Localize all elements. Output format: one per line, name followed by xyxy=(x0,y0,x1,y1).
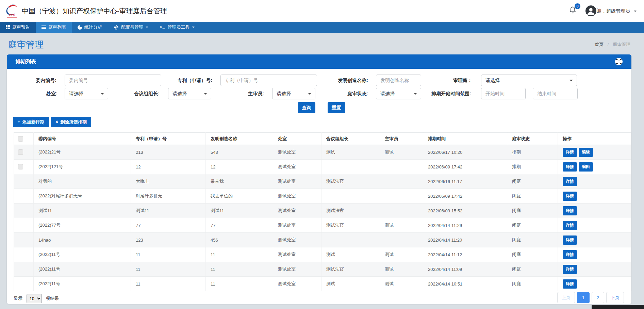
row-checkbox[interactable] xyxy=(18,164,23,169)
notification-bell-icon[interactable]: 0 xyxy=(569,6,577,15)
caret-down-icon xyxy=(569,80,573,83)
start-time-input[interactable] xyxy=(481,88,526,99)
table-row: 对我的大晚上 带带我测试处室 测试法官 2022/06/16 11:17闭庭 详… xyxy=(14,174,631,189)
results-label: 项结果 xyxy=(46,296,59,301)
select-value: 请选择 xyxy=(69,91,83,96)
nav-label: 管理员工具 xyxy=(167,24,189,30)
nav-label: 配置与管理 xyxy=(121,24,143,30)
select-all-checkbox[interactable] xyxy=(18,136,23,142)
caret-down-icon xyxy=(308,93,311,96)
plus-icon: + xyxy=(17,119,20,125)
detail-button[interactable]: 详情 xyxy=(563,235,577,245)
table-row: (2022)11号11 11测试处室 测试法官测试 2022/04/14 11:… xyxy=(14,262,631,277)
office-select[interactable]: 请选择 xyxy=(65,88,108,99)
page-1-button[interactable]: 1 xyxy=(577,292,590,303)
label-patent-no: 专利（申请）号: xyxy=(167,75,212,86)
nav-label: 庭审预告 xyxy=(12,24,30,30)
detail-button[interactable]: 详情 xyxy=(563,279,577,289)
nav-label: 庭审列表 xyxy=(48,24,66,30)
detail-button[interactable]: 详情 xyxy=(563,177,577,186)
breadcrumb-home-link[interactable]: 首页 xyxy=(595,42,604,47)
gear-icon xyxy=(114,25,119,30)
tab-admin-tools[interactable]: >_ 管理员工具 xyxy=(154,22,200,33)
breadcrumb: 首页 / 庭审管理 xyxy=(595,42,630,48)
status-badge: 闭庭 xyxy=(507,262,558,277)
edit-button[interactable]: 编辑 xyxy=(579,148,593,157)
court-select[interactable]: 请选择 xyxy=(481,75,577,86)
page-size-select[interactable]: 10 xyxy=(27,294,42,303)
label-presiding: 合议组组长: xyxy=(112,88,160,99)
bottom-right-dark-bar xyxy=(592,305,644,309)
breadcrumb-current: 庭审管理 xyxy=(613,42,630,47)
caret-down-icon xyxy=(204,93,207,96)
prev-page-button[interactable]: 上页 xyxy=(557,292,575,303)
grid-icon xyxy=(6,25,10,29)
show-label: 显示 xyxy=(14,296,22,301)
label-judge: 主审员: xyxy=(218,88,264,99)
next-page-button[interactable]: 下页 xyxy=(606,292,624,303)
detail-button[interactable]: 详情 xyxy=(563,192,577,201)
fullscreen-toggle-icon[interactable] xyxy=(614,57,623,66)
delete-selected-button[interactable]: ×删除所选排期 xyxy=(51,117,91,127)
invention-name-input[interactable] xyxy=(376,75,421,86)
add-schedule-button[interactable]: +添加新排期 xyxy=(13,117,49,127)
status-badge: 闭庭 xyxy=(507,277,558,291)
pie-chart-icon xyxy=(78,25,82,30)
page-2-button[interactable]: 2 xyxy=(592,292,604,303)
page-size-control: 显示 10 项结果 xyxy=(14,293,59,304)
label-case-no: 委内编号: xyxy=(15,75,56,86)
top-header: IPPC 中国（宁波）知识产权保护中心-审理庭后台管理 0 欢迎，超级管理员 xyxy=(0,0,644,22)
presiding-select[interactable]: 请选择 xyxy=(168,88,211,99)
patent-no-input[interactable] xyxy=(220,75,317,86)
status-badge: 闭庭 xyxy=(507,218,558,233)
row-checkbox[interactable] xyxy=(18,149,23,155)
pagination: 上页 1 2 下页 xyxy=(557,292,624,303)
search-button[interactable]: 查询 xyxy=(298,102,315,113)
detail-button[interactable]: 详情 xyxy=(563,206,577,215)
detail-button[interactable]: 详情 xyxy=(563,250,577,259)
col-invention: 发明创造名称 xyxy=(206,133,273,145)
user-menu[interactable]: 欢迎，超级管理员 xyxy=(592,0,637,22)
tab-court-list[interactable]: 庭审列表 xyxy=(36,22,72,33)
reset-button[interactable]: 重置 xyxy=(328,102,345,113)
breadcrumb-separator: / xyxy=(608,42,609,47)
add-label: 添加新排期 xyxy=(22,119,45,125)
judge-select[interactable]: 请选择 xyxy=(272,88,315,99)
schedule-panel: 排期列表 委内编号: 专利（申请）号: 发明创造名称: 审理庭： 请选择 处室:… xyxy=(7,54,631,304)
table-row: (2022)11号11 11测试处室 测试测试 2022/04/14 11:12… xyxy=(14,247,631,262)
detail-button[interactable]: 详情 xyxy=(563,265,577,274)
chevron-down-icon xyxy=(634,11,637,13)
edit-button[interactable]: 编辑 xyxy=(579,162,593,172)
app-title: 中国（宁波）知识产权保护中心-审理庭后台管理 xyxy=(22,0,167,22)
chevron-down-icon xyxy=(192,27,195,29)
list-icon xyxy=(42,25,46,29)
terminal-icon: >_ xyxy=(160,25,165,29)
page-title: 庭审管理 xyxy=(8,39,44,51)
chevron-down-icon xyxy=(146,27,148,29)
col-patent-no: 专利（申请）号 xyxy=(131,133,206,145)
col-presiding: 合议组组长 xyxy=(321,133,380,145)
detail-button[interactable]: 详情 xyxy=(563,148,577,157)
tab-court-preview[interactable]: 庭审预告 xyxy=(0,22,36,33)
tab-config-management[interactable]: 配置与管理 xyxy=(108,22,154,33)
status-badge: 闭庭 xyxy=(507,189,558,204)
main-nav: 庭审预告 庭审列表 统计分析 配置与管理 >_ 管理员工具 xyxy=(0,22,644,33)
table-row: (2022)77号77 77测试处室 测试法官测试 2022/04/14 11:… xyxy=(14,218,631,233)
table-row: (2022)21号213 543测试处室 测试测试 2022/06/17 10:… xyxy=(14,145,631,160)
detail-button[interactable]: 详情 xyxy=(563,162,577,172)
ippc-logo-icon: IPPC xyxy=(4,3,20,19)
notification-count-badge: 0 xyxy=(575,3,580,9)
label-court: 审理庭： xyxy=(429,75,472,86)
caret-down-icon xyxy=(101,93,104,96)
panel-title: 排期列表 xyxy=(16,59,36,64)
tab-statistics[interactable]: 统计分析 xyxy=(72,22,108,33)
table-row: (2022)11号11 11测试处室 测试测试 2022/04/14 10:51… xyxy=(14,277,631,291)
table-row: 14hao123 456测试处室 2022/04/14 11:20闭庭 详情 xyxy=(14,233,631,247)
case-no-input[interactable] xyxy=(65,75,161,86)
col-time: 排期时间 xyxy=(423,133,507,145)
end-time-input[interactable] xyxy=(533,88,578,99)
status-badge: 闭庭 xyxy=(507,233,558,247)
detail-button[interactable]: 详情 xyxy=(563,221,577,230)
label-status: 庭审状态: xyxy=(323,88,368,99)
schedule-table: 委内编号 专利（申请）号 发明创造名称 处室 合议组组长 主审员 排期时间 庭审… xyxy=(14,132,631,291)
